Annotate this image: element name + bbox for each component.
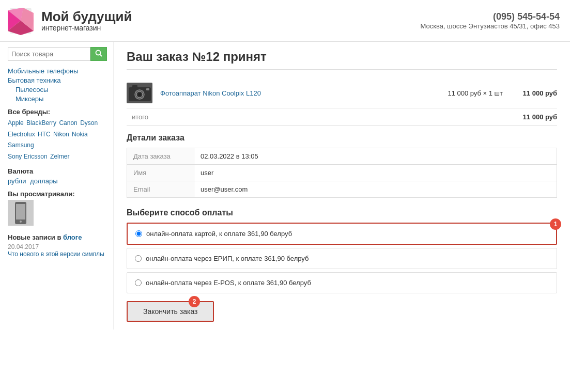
logo-subtitle: интернет-магазин (41, 24, 132, 32)
product-name[interactable]: Фотоаппарат Nikon Coolpix L120 (160, 89, 440, 97)
brands-row: Apple BlackBerry Canon Dyson Electrolux … (8, 118, 105, 162)
brand-canon[interactable]: Canon (59, 119, 77, 127)
brand-sony[interactable]: Sony Ericsson (8, 153, 48, 160)
blog-section: Новые записи в блоге 20.04.2017 Что ново… (8, 233, 105, 258)
logo-area: Мой будущий интернет-магазин (5, 5, 132, 36)
main-content: Ваш заказ №12 принят Фотоаппарат Nikon C… (114, 42, 570, 330)
currency-usd[interactable]: доллары (30, 177, 58, 185)
brand-electrolux[interactable]: Electrolux (8, 131, 35, 138)
finish-btn-row: Закончить заказ 2 (127, 301, 557, 322)
sidebar-item-appliances[interactable]: Бытовая техника (8, 76, 105, 84)
finish-badge: 2 (189, 296, 200, 307)
brands-heading: Все бренды: (8, 108, 105, 116)
payment-option-epos[interactable]: онлайн-оплата через E-POS, к оплате 361,… (127, 272, 557, 293)
currency-row: рубли доллары (8, 177, 105, 185)
search-input[interactable] (8, 47, 90, 61)
table-row: Email user@user.com (127, 181, 557, 198)
logo-icon (5, 5, 36, 36)
sidebar-item-mobile[interactable]: Мобильные телефоны (8, 67, 105, 75)
viewed-phone-icon (13, 201, 28, 225)
header: Мой будущий интернет-магазин (095) 545-5… (0, 0, 570, 42)
product-total: 11 000 руб (511, 89, 557, 97)
viewed-heading: Вы просматривали: (8, 190, 105, 198)
brand-nokia[interactable]: Nokia (72, 131, 88, 138)
finish-order-button[interactable]: Закончить заказ (127, 301, 214, 322)
detail-value-name: user (194, 165, 557, 181)
product-image (127, 83, 152, 103)
brand-blackberry[interactable]: BlackBerry (26, 119, 56, 127)
payment-option-card[interactable]: онлайн-оплата картой, к оплате 361,90 бе… (127, 223, 557, 245)
brand-htc[interactable]: HTC (38, 131, 51, 138)
table-row: Имя user (127, 165, 557, 181)
svg-point-9 (20, 221, 22, 223)
detail-label-name: Имя (127, 165, 194, 181)
viewed-section: Вы просматривали: (8, 190, 105, 226)
sidebar-item-mixers[interactable]: Миксеры (8, 95, 105, 103)
detail-label-email: Email (127, 181, 194, 198)
blog-link[interactable]: блоге (63, 233, 82, 241)
payment-radio-card[interactable] (135, 230, 142, 237)
currency-section: Валюта рубли доллары (8, 167, 105, 185)
svg-point-5 (96, 51, 101, 55)
payment-label-erip: онлайн-оплата через ЕРИП, к оплате 361,9… (146, 255, 309, 262)
svg-rect-8 (16, 204, 25, 219)
brands-section: Все бренды: Apple BlackBerry Canon Dyson… (8, 108, 105, 162)
sidebar: Мобильные телефоны Бытовая техника Пылес… (0, 42, 114, 330)
table-row: Дата заказа 02.03.2022 в 13:05 (127, 148, 557, 165)
payment-section-title: Выберите способ оплаты (127, 208, 557, 217)
total-amount: 11 000 руб (523, 113, 557, 121)
page-title: Ваш заказ №12 принят (127, 50, 557, 70)
payment-radio-epos[interactable] (135, 279, 142, 286)
search-button[interactable] (90, 47, 107, 61)
total-row: итого 11 000 руб (127, 109, 557, 126)
currency-rub[interactable]: рубли (8, 177, 26, 185)
details-section-title: Детали заказа (127, 133, 557, 143)
brand-nikon[interactable]: Nikon (53, 131, 69, 138)
product-price-unit: 11 000 руб × 1 шт (448, 89, 503, 97)
total-label: итого (127, 113, 148, 121)
logo-text: Мой будущий интернет-магазин (41, 9, 132, 33)
logo-title: Мой будущий (41, 9, 132, 24)
header-address: Москва, шоссе Энтузиастов 45/31, офис 45… (421, 22, 560, 30)
blog-heading: Новые записи в блоге (8, 233, 105, 241)
viewed-product-image[interactable] (8, 200, 34, 226)
payment-radio-erip[interactable] (135, 255, 142, 262)
svg-rect-14 (132, 85, 137, 88)
sidebar-item-vacuum[interactable]: Пылесосы (8, 86, 105, 93)
sidebar-nav: Мобильные телефоны Бытовая техника Пылес… (8, 67, 105, 103)
svg-rect-15 (146, 88, 149, 90)
brand-samsung[interactable]: Samsung (8, 142, 34, 149)
payment-label-card: онлайн-оплата картой, к оплате 361,90 бе… (146, 230, 292, 238)
blog-date: 20.04.2017 (8, 243, 105, 250)
search-icon (95, 50, 102, 57)
svg-line-6 (100, 55, 102, 57)
header-phone: (095) 545-54-54 (421, 11, 560, 22)
payment-badge-1: 1 (550, 218, 561, 230)
blog-entry-link[interactable]: Что нового в этой версии симплы (8, 250, 104, 258)
search-row (8, 47, 105, 61)
brand-zelmer[interactable]: Zelmer (50, 153, 69, 160)
details-table: Дата заказа 02.03.2022 в 13:05 Имя user … (127, 148, 557, 198)
product-row: Фотоаппарат Nikon Coolpix L120 11 000 ру… (127, 77, 557, 109)
camera-icon (128, 84, 151, 102)
layout: Мобильные телефоны Бытовая техника Пылес… (0, 42, 570, 330)
payment-option-erip[interactable]: онлайн-оплата через ЕРИП, к оплате 361,9… (127, 248, 557, 269)
payment-label-epos: онлайн-оплата через E-POS, к оплате 361,… (146, 279, 311, 287)
header-contact: (095) 545-54-54 Москва, шоссе Энтузиасто… (421, 11, 560, 30)
brand-apple[interactable]: Apple (8, 119, 24, 127)
currency-heading: Валюта (8, 167, 105, 175)
detail-value-date: 02.03.2022 в 13:05 (194, 148, 557, 165)
detail-label-date: Дата заказа (127, 148, 194, 165)
blog-entry: Что нового в этой версии симплы (8, 250, 105, 258)
svg-point-13 (138, 93, 141, 96)
brand-dyson[interactable]: Dyson (80, 119, 98, 127)
detail-value-email: user@user.com (194, 181, 557, 198)
